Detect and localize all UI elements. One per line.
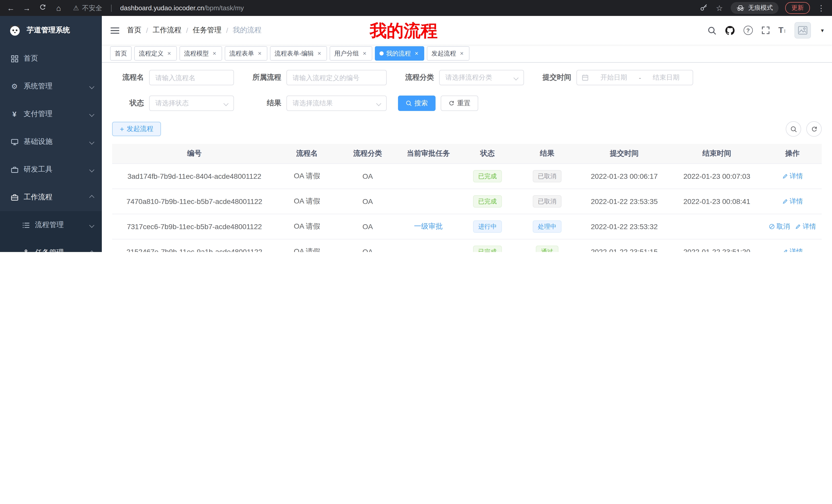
column-header-result: 结果 <box>516 144 578 164</box>
detail-link[interactable]: 详情 <box>782 197 803 206</box>
close-icon[interactable]: × <box>459 50 465 57</box>
breadcrumb-item-home[interactable]: 首页 <box>127 26 141 35</box>
result-select[interactable]: 请选择流结果 <box>286 95 387 111</box>
column-header-id: 编号 <box>112 144 277 164</box>
bookmark-star-icon[interactable]: ☆ <box>715 3 724 12</box>
close-icon[interactable]: × <box>413 50 420 57</box>
github-icon[interactable] <box>725 25 734 35</box>
browser-menu-icon[interactable]: ⋮ <box>816 3 826 12</box>
app-logo[interactable]: 芋道管理系统 <box>0 16 102 45</box>
cell-submit-time: 2022-01-23 00:06:17 <box>578 164 671 189</box>
sidebar-item-payment[interactable]: ¥ 支付管理 <box>0 100 102 128</box>
current-task-link[interactable]: 一级审批 <box>414 222 443 230</box>
tags-view-bar: 首页 流程定义× 流程模型× 流程表单× 流程表单-编辑× 用户分组× 我的流程… <box>102 45 832 63</box>
close-icon[interactable]: × <box>211 50 217 57</box>
cancel-link[interactable]: 取消 <box>769 222 790 231</box>
forward-icon[interactable]: → <box>22 4 31 12</box>
cell-submit-time: 2022-01-22 23:53:32 <box>578 214 671 239</box>
pencil-icon <box>782 173 788 179</box>
flow-icon <box>22 249 30 252</box>
detail-link[interactable]: 详情 <box>782 247 803 252</box>
cell-name: OA 请假 <box>277 214 337 239</box>
list-icon <box>22 221 30 229</box>
cell-result: 处理中 <box>516 214 578 239</box>
tab-my-process[interactable]: 我的流程× <box>375 46 424 61</box>
detail-link[interactable]: 详情 <box>795 222 816 231</box>
filter-label-status: 状态 <box>112 99 144 108</box>
top-navbar: 首页 / 工作流程 / 任务管理 / 我的流程 ? T↕ ▾ <box>102 16 832 45</box>
tab-start-process[interactable]: 发起流程× <box>427 46 469 61</box>
hamburger-menu-icon[interactable] <box>110 25 120 35</box>
filter-label-result: 结果 <box>245 99 281 108</box>
search-icon <box>406 100 412 106</box>
briefcase-icon <box>10 193 19 201</box>
breadcrumb-item-task-management[interactable]: 任务管理 <box>193 26 222 35</box>
sidebar-item-system[interactable]: ⚙ 系统管理 <box>0 73 102 100</box>
sidebar-item-process-management[interactable]: 流程管理 <box>0 211 102 239</box>
avatar[interactable] <box>795 22 811 38</box>
cancel-icon <box>769 223 775 230</box>
update-button[interactable]: 更新 <box>785 2 810 14</box>
sidebar-item-workflow[interactable]: 工作流程 <box>0 184 102 211</box>
tab-process-definition[interactable]: 流程定义× <box>134 46 177 61</box>
caret-down-icon[interactable]: ▾ <box>821 27 824 34</box>
sidebar-item-infrastructure[interactable]: 基础设施 <box>0 128 102 156</box>
breadcrumb: 首页 / 工作流程 / 任务管理 / 我的流程 <box>127 26 261 35</box>
process-definition-input[interactable] <box>286 70 387 85</box>
status-badge: 已完成 <box>473 246 502 252</box>
tab-home[interactable]: 首页 <box>110 46 132 61</box>
help-icon[interactable]: ? <box>743 26 753 35</box>
search-button[interactable]: 搜索 <box>398 95 436 111</box>
fullscreen-icon[interactable] <box>761 26 770 34</box>
breadcrumb-item-workflow[interactable]: 工作流程 <box>153 26 182 35</box>
security-label: 不安全 <box>82 3 102 12</box>
tab-process-form[interactable]: 流程表单× <box>225 46 267 61</box>
pencil-icon <box>795 223 801 230</box>
cell-category: OA <box>337 164 398 189</box>
date-range-picker[interactable]: 开始日期 - 结束日期 <box>576 70 693 85</box>
column-header-category: 流程分类 <box>337 144 398 164</box>
address-bar[interactable]: dashboard.yudao.iocoder.cn/bpm/task/my <box>120 4 244 12</box>
cell-result: 通过 <box>516 239 578 252</box>
cell-name: OA 请假 <box>277 189 337 214</box>
cell-task <box>398 164 459 189</box>
close-icon[interactable]: × <box>362 50 368 57</box>
home-icon[interactable]: ⌂ <box>54 4 63 12</box>
category-select[interactable]: 请选择流程分类 <box>439 70 524 85</box>
font-size-icon[interactable]: T↕ <box>778 26 786 35</box>
tab-process-model[interactable]: 流程模型× <box>179 46 222 61</box>
toggle-search-button[interactable] <box>786 121 801 137</box>
start-process-button[interactable]: + 发起流程 <box>112 122 161 136</box>
close-icon[interactable]: × <box>166 50 172 57</box>
close-icon[interactable]: × <box>257 50 263 57</box>
process-name-input[interactable] <box>149 70 234 85</box>
filter-label-process: 所属流程 <box>245 73 281 82</box>
cell-category: OA <box>337 239 398 252</box>
cell-result: 已取消 <box>516 189 578 214</box>
result-badge: 已取消 <box>533 170 562 183</box>
sidebar-item-home[interactable]: 首页 <box>0 45 102 73</box>
tab-user-group[interactable]: 用户分组× <box>330 46 372 61</box>
incognito-label: 无痕模式 <box>748 4 773 12</box>
status-select[interactable]: 请选择状态 <box>149 95 234 111</box>
column-header-end-time: 结束时间 <box>671 144 763 164</box>
reset-button[interactable]: 重置 <box>441 95 478 111</box>
incognito-badge[interactable]: 无痕模式 <box>731 2 779 14</box>
site-security[interactable]: ⚠ 不安全 <box>73 3 102 12</box>
refresh-icon[interactable] <box>38 4 47 12</box>
sidebar-item-task-management[interactable]: 任务管理 <box>0 239 102 252</box>
close-icon[interactable]: × <box>316 50 322 57</box>
refresh-table-button[interactable] <box>806 121 822 137</box>
password-key-icon[interactable] <box>699 3 708 12</box>
detail-link[interactable]: 详情 <box>782 172 803 181</box>
result-badge: 通过 <box>536 246 558 252</box>
tab-process-form-edit[interactable]: 流程表单-编辑× <box>270 46 327 61</box>
search-icon[interactable] <box>707 26 716 35</box>
incognito-icon <box>736 5 745 11</box>
pencil-icon <box>782 198 788 204</box>
sidebar-item-devtools[interactable]: 研发工具 <box>0 156 102 184</box>
status-badge: 进行中 <box>473 220 502 233</box>
back-icon[interactable]: ← <box>6 4 16 12</box>
start-date-placeholder: 开始日期 <box>592 73 636 82</box>
yen-icon: ¥ <box>10 110 19 118</box>
